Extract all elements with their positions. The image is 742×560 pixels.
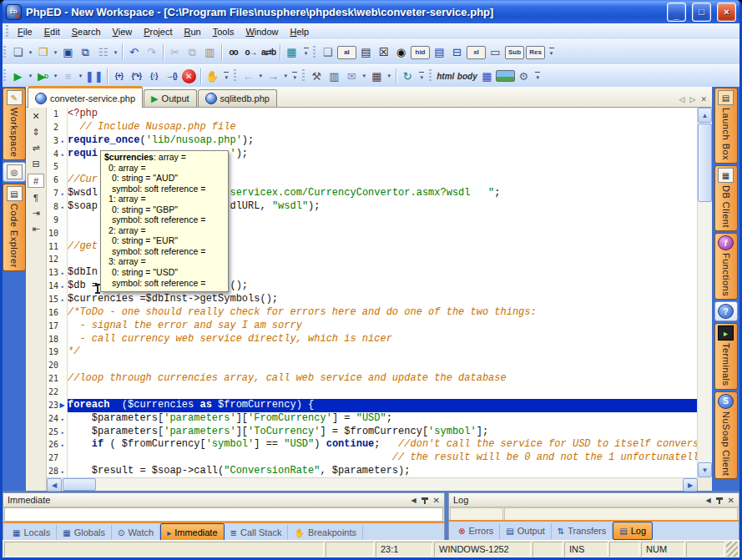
publish-icon[interactable]: ✉ <box>343 68 361 85</box>
file-browser-icon[interactable]: ☷ <box>94 43 112 61</box>
show-paragraphs-icon[interactable]: ¶ <box>28 191 43 204</box>
tab-log[interactable]: ▤Log <box>613 522 653 540</box>
gutter-toggle-icon[interactable]: ⊟ <box>28 158 43 170</box>
insert-button-icon[interactable]: ▭ <box>487 43 504 61</box>
gutter-cell[interactable]: 26● <box>47 438 68 452</box>
indent-icon[interactable]: ⇥ <box>28 207 43 219</box>
tab-globals[interactable]: ▦Globals <box>57 525 112 541</box>
horizontal-scroll-thumb[interactable] <box>63 478 96 491</box>
gutter-cell[interactable]: 14● <box>47 280 68 293</box>
close-button[interactable]: × <box>717 3 736 22</box>
gutter-cell[interactable]: 12 <box>47 253 68 266</box>
menu-view[interactable]: View <box>107 25 139 38</box>
insert-text-input-icon[interactable]: xI <box>467 46 486 59</box>
pin-icon[interactable] <box>716 497 723 500</box>
tab-scroll-right-icon[interactable]: ▷ <box>690 95 696 103</box>
tab-locals[interactable]: ▦Locals <box>7 525 57 541</box>
menu-search[interactable]: Search <box>66 25 107 38</box>
code-text[interactable]: foreach ($currencies as $fromCurrency) { <box>68 399 697 412</box>
save-all-icon[interactable]: ⧉ <box>77 43 94 61</box>
menu-project[interactable]: Project <box>138 25 178 38</box>
gutter-cell[interactable]: 24● <box>47 412 68 426</box>
gutter-cell[interactable]: 21 <box>47 372 68 386</box>
new-file-icon[interactable]: ❏ <box>9 43 27 61</box>
replace-icon[interactable]: a⇄b <box>260 43 277 61</box>
body-tag-button[interactable]: body <box>457 68 478 85</box>
insert-form-icon[interactable]: ❏ <box>319 43 336 61</box>
toolbar-overflow-icon[interactable]: ▾ <box>290 68 300 83</box>
tab-scroll-left-icon[interactable]: ◁ <box>679 95 685 103</box>
run-icon[interactable]: ▶ <box>9 68 27 85</box>
code-text[interactable]: // the result will be 0 and not the 1 un… <box>68 452 697 465</box>
publish-dropdown[interactable]: ▾ <box>361 73 368 79</box>
break-icon[interactable]: ✋ <box>204 68 221 85</box>
scroll-right-icon[interactable]: ▶ <box>683 478 698 492</box>
find-icon[interactable]: oo <box>225 43 242 61</box>
gutter-cell[interactable]: 28● <box>47 465 68 477</box>
tab-terminals[interactable]: ▸Terminals <box>714 323 738 390</box>
code-text[interactable]: */ <box>68 346 697 359</box>
scroll-up-icon[interactable]: ▲ <box>698 108 712 123</box>
view-mode-dropdown[interactable]: ▾ <box>386 73 393 79</box>
run-to-cursor-icon[interactable]: →{} <box>163 68 180 85</box>
tab-db-client[interactable]: ▦DB Client <box>714 165 738 231</box>
gutter-cell[interactable]: 20 <box>47 359 68 372</box>
run-in-debugger-dropdown[interactable]: ▾ <box>52 73 59 79</box>
toolbar-overflow-icon[interactable]: ▾ <box>222 68 231 83</box>
tab-launch-box[interactable]: ▤Launch Box <box>714 88 738 164</box>
gutter-cell[interactable]: 9 <box>47 214 68 227</box>
back-icon[interactable]: ← <box>240 68 257 85</box>
gutter-cell[interactable]: 8● <box>47 200 68 214</box>
tab-conveter-service-php[interactable]: conveter-service.php <box>28 86 143 108</box>
code-text[interactable]: $result = $soap->call("ConversionRate", … <box>68 465 697 477</box>
undo-icon[interactable]: ↶ <box>125 43 143 61</box>
tab-immediate[interactable]: ▸Immediate <box>160 523 224 542</box>
insert-table-icon[interactable]: ▦ <box>478 68 496 85</box>
menu-help[interactable]: Help <box>285 25 315 38</box>
word-wrap-icon[interactable]: ⇌ <box>28 142 43 154</box>
toolbar-overflow-icon[interactable]: ▾ <box>547 45 556 60</box>
find-next-icon[interactable]: o→ <box>242 43 260 61</box>
new-file-dropdown[interactable]: ▾ <box>27 49 34 56</box>
open-file-dropdown[interactable]: ▾ <box>52 49 59 56</box>
gutter-cell[interactable]: 27 <box>47 452 68 465</box>
gutter-cell[interactable]: 10 <box>47 227 68 240</box>
insert-combobox-icon[interactable]: ⊟ <box>448 43 466 61</box>
scroll-down-icon[interactable]: ▼ <box>698 462 712 477</box>
gutter-cell[interactable]: 5 <box>47 160 68 174</box>
tab-help[interactable]: ? <box>714 301 738 321</box>
file-browser-dropdown[interactable]: ▾ <box>112 49 119 56</box>
tab-nusoap-client[interactable]: SNuSoap Client <box>714 391 738 479</box>
refresh-browser-icon[interactable]: ↻ <box>399 68 416 85</box>
tab-close-icon[interactable]: ✕ <box>700 95 707 103</box>
line-numbers-icon[interactable]: # <box>28 174 44 188</box>
collapse-icon[interactable]: ◀ <box>411 497 416 504</box>
code-text[interactable]: <?php <box>68 108 697 121</box>
forward-icon[interactable]: → <box>265 68 282 85</box>
gutter-cell[interactable]: 25● <box>47 426 68 439</box>
insert-hidden-field-icon[interactable]: hid <box>411 46 430 59</box>
vertical-scrollbar[interactable]: ▲ ▼ <box>697 108 712 477</box>
title-bar[interactable]: ED PhpED - New Workspace - [C:\Program F… <box>3 0 739 23</box>
step-out-icon[interactable]: {↑} <box>145 68 163 85</box>
gutter-cell[interactable]: 11 <box>47 240 68 254</box>
tab-breakpoints[interactable]: ✋Breakpoints <box>288 525 363 541</box>
toolbar-grip[interactable] <box>3 46 6 59</box>
tab-sqlitedb-php[interactable]: sqlitedb.php <box>198 89 277 107</box>
tab-code-explorer[interactable]: ▤Code Explorer <box>3 184 26 271</box>
gutter-cell[interactable]: 19 <box>47 346 68 359</box>
insert-fieldset-icon[interactable]: ▤ <box>357 43 375 61</box>
tab-functions[interactable]: fFunctions <box>714 233 738 300</box>
gutter-cell[interactable]: 23▶ <box>47 399 68 412</box>
html-tag-button[interactable]: html <box>435 68 457 85</box>
collapse-icon[interactable]: ◀ <box>705 497 710 504</box>
code-text[interactable]: $currencies =$dbInst->getSymbols(); <box>68 293 697 306</box>
code-text[interactable] <box>68 359 697 372</box>
code-text[interactable]: //loop through currencies array, call we… <box>68 372 697 386</box>
tab-output[interactable]: ▤Output <box>500 523 551 539</box>
open-file-icon[interactable]: ❒ <box>34 43 52 61</box>
tab-errors[interactable]: ⊗Errors <box>452 523 500 539</box>
insert-submit-icon[interactable]: Sub <box>505 46 524 59</box>
immediate-input[interactable] <box>4 507 443 522</box>
code-text[interactable] <box>68 386 697 399</box>
